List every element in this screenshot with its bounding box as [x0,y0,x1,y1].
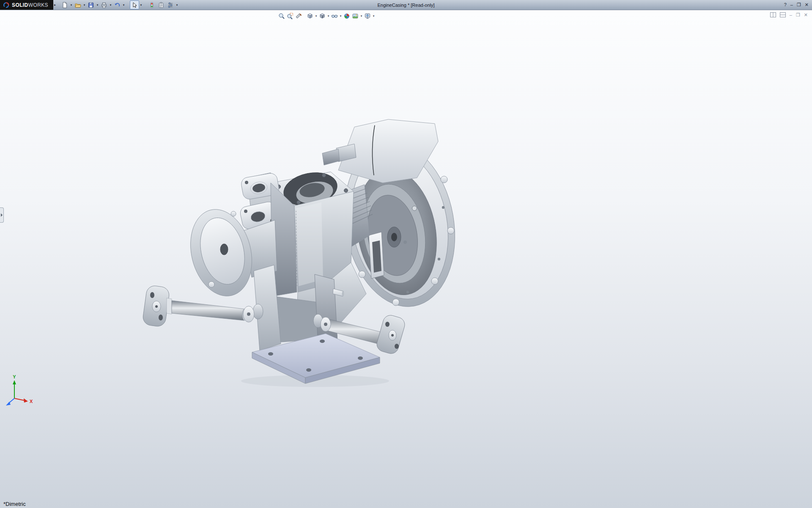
new-document-icon [61,2,68,8]
undo-button[interactable] [112,0,122,9]
edit-appearance-button[interactable] [343,12,351,20]
titlebar: SOLIDWORKS ▸ ▾ ▾ [0,0,812,10]
toolbar-flyout-arrow[interactable]: ▸ [53,3,58,7]
window-controls: ? – ❐ ✕ [784,3,812,7]
new-document-button[interactable] [60,0,69,9]
restore-button[interactable]: ❐ [797,3,801,7]
section-view-icon [295,13,302,19]
view-orientation-button[interactable] [306,12,314,20]
triad-x-label: X [30,399,33,404]
print-icon [101,2,107,8]
close-button[interactable]: ✕ [805,3,809,7]
minimize-button[interactable]: – [790,3,793,7]
undo-arrow-icon [114,2,121,8]
options-button[interactable] [166,0,175,9]
split-pane-vertical-button[interactable] [780,12,786,17]
display-style-dropdown[interactable]: ▾ [326,12,330,20]
featuremanager-flyout-tab[interactable] [0,207,4,223]
model-scene: Y X [0,10,812,508]
view-settings-dropdown[interactable]: ▾ [372,12,376,20]
zoom-to-area-button[interactable] [286,12,294,20]
split-pane-horizontal-button[interactable] [770,12,776,17]
select-button[interactable] [130,0,139,9]
edit-appearance-sphere-icon [343,13,350,19]
file-properties-button[interactable] [156,0,166,9]
zoom-to-fit-button[interactable] [277,12,286,20]
view-settings-icon [364,13,371,19]
view-orientation-cube-icon [307,13,313,19]
display-style-button[interactable] [318,12,326,20]
apply-scene-button[interactable] [351,12,359,20]
view-orientation-dropdown[interactable]: ▾ [314,12,318,20]
apply-scene-dropdown[interactable]: ▾ [359,12,363,20]
3ds-logo-icon [3,2,10,8]
options-dropdown[interactable]: ▾ [175,1,179,9]
graphics-area[interactable]: Y X [0,10,812,508]
zoom-to-area-icon [287,13,294,19]
solidworks-logo: SOLIDWORKS [0,0,53,10]
view-orientation-label: *Dimetric [3,501,26,507]
print-dropdown[interactable]: ▾ [109,1,112,9]
undo-dropdown[interactable]: ▾ [122,1,126,9]
options-sliders-icon [167,2,174,8]
rebuild-button[interactable] [147,0,156,9]
open-folder-icon [74,2,81,8]
heads-up-toolbar: ▾ ▾ ▾ [277,12,376,20]
window-title: EngineCasing * [Read-only] [377,3,434,8]
hide-show-items-dropdown[interactable]: ▾ [339,12,343,20]
save-dropdown[interactable]: ▾ [96,1,99,9]
save-button[interactable] [86,0,96,9]
section-view-button[interactable] [294,12,303,20]
open-button[interactable] [73,0,82,9]
help-button[interactable]: ? [784,3,787,7]
triad-y-label: Y [13,374,16,379]
doc-minimize-button[interactable]: – [790,13,792,17]
apply-scene-icon [352,13,359,19]
save-floppy-icon [88,2,94,8]
file-properties-icon [158,2,165,8]
rebuild-traffic-light-icon [148,2,155,8]
open-dropdown[interactable]: ▾ [82,1,86,9]
new-document-dropdown[interactable]: ▾ [69,1,73,9]
doc-close-button[interactable]: ✕ [804,13,808,17]
display-style-icon [319,13,326,19]
hide-show-glasses-icon [331,13,338,19]
logo-text: SOLIDWORKS [12,2,48,8]
reference-triad: Y X [6,374,33,406]
document-window-controls: – ❐ ✕ [770,12,808,17]
select-dropdown[interactable]: ▾ [139,1,143,9]
doc-restore-button[interactable]: ❐ [796,13,800,17]
zoom-to-fit-icon [278,13,285,19]
hide-show-items-button[interactable] [330,12,339,20]
print-button[interactable] [99,0,109,9]
main-toolbar: ▾ ▾ ▾ [60,0,179,9]
solidworks-window: SOLIDWORKS ▸ ▾ ▾ [0,0,812,508]
view-settings-button[interactable] [363,12,372,20]
select-cursor-icon [131,2,138,8]
